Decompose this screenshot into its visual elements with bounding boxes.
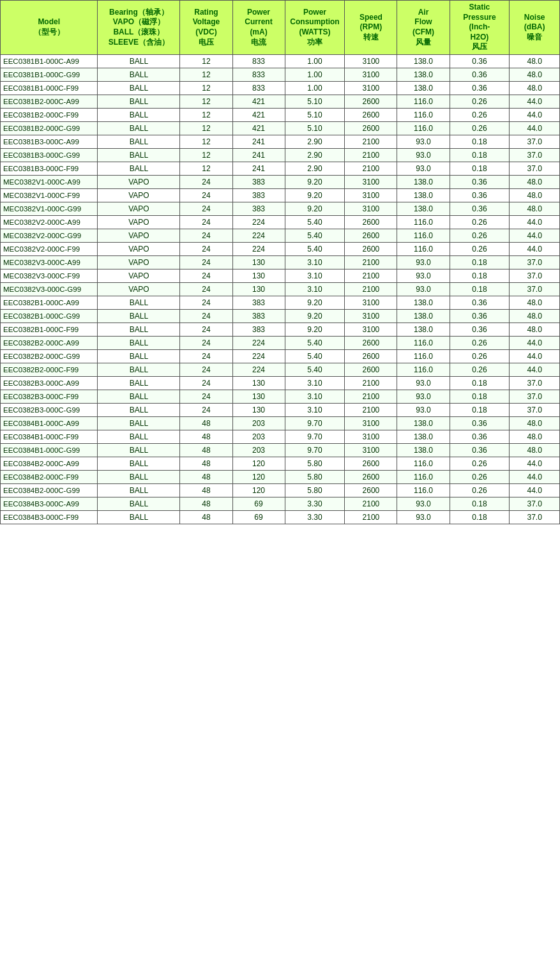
cell-17-1: VAPO (98, 282, 180, 296)
col-header-model: Model （型号） (1, 1, 98, 55)
cell-31-1: BALL (98, 470, 180, 483)
cell-33-6: 93.0 (397, 497, 450, 510)
cell-15-0: MEC0382V3-000C-A99 (1, 255, 98, 269)
cell-7-0: EEC0381B3-000C-G99 (1, 148, 98, 162)
cell-24-0: EEC0382B3-000C-A99 (1, 376, 98, 390)
cell-28-1: BALL (98, 430, 180, 443)
cell-16-6: 93.0 (397, 269, 450, 282)
cell-19-2: 24 (180, 309, 232, 323)
cell-22-1: BALL (98, 349, 180, 363)
cell-28-5: 3100 (345, 430, 397, 443)
cell-10-5: 3100 (345, 188, 397, 202)
cell-8-6: 93.0 (397, 162, 450, 175)
cell-20-7: 0.36 (450, 323, 510, 336)
cell-11-8: 48.0 (510, 202, 560, 215)
cell-12-1: VAPO (98, 215, 180, 229)
cell-9-8: 48.0 (510, 175, 560, 188)
cell-4-4: 5.10 (285, 108, 345, 121)
cell-29-3: 203 (232, 443, 285, 457)
cell-24-2: 24 (180, 376, 232, 390)
cell-31-6: 116.0 (397, 470, 450, 483)
cell-13-7: 0.26 (450, 229, 510, 242)
cell-30-0: EEC0384B2-000C-A99 (1, 457, 98, 470)
cell-1-4: 1.00 (285, 68, 345, 81)
col-header-airflow: Air Flow (CFM) 风量 (397, 1, 450, 55)
cell-6-8: 37.0 (510, 135, 560, 148)
cell-1-8: 48.0 (510, 68, 560, 81)
cell-10-0: MEC0382V1-000C-F99 (1, 188, 98, 202)
cell-17-8: 37.0 (510, 282, 560, 296)
cell-14-4: 5.40 (285, 242, 345, 255)
cell-7-5: 2100 (345, 148, 397, 162)
cell-2-0: EEC0381B1-000C-F99 (1, 81, 98, 95)
cell-21-7: 0.26 (450, 336, 510, 349)
table-row: EEC0381B1-000C-G99BALL128331.003100138.0… (1, 68, 560, 81)
table-row: EEC0381B3-000C-F99BALL122412.90210093.00… (1, 162, 560, 175)
cell-17-4: 3.10 (285, 282, 345, 296)
cell-23-0: EEC0382B2-000C-F99 (1, 363, 98, 376)
cell-7-2: 12 (180, 148, 232, 162)
cell-9-4: 9.20 (285, 175, 345, 188)
cell-29-4: 9.70 (285, 443, 345, 457)
cell-5-1: BALL (98, 121, 180, 135)
cell-6-1: BALL (98, 135, 180, 148)
cell-4-5: 2600 (345, 108, 397, 121)
cell-29-8: 48.0 (510, 443, 560, 457)
table-row: EEC0382B2-000C-F99BALL242245.402600116.0… (1, 363, 560, 376)
cell-15-7: 0.18 (450, 255, 510, 269)
cell-20-5: 3100 (345, 323, 397, 336)
table-row: EEC0382B3-000C-A99BALL241303.10210093.00… (1, 376, 560, 390)
header-row: Model （型号） Bearing（轴承） VAPO（磁浮） BALL（滚珠）… (1, 1, 560, 55)
cell-17-3: 130 (232, 282, 285, 296)
cell-3-8: 44.0 (510, 95, 560, 108)
cell-26-7: 0.18 (450, 403, 510, 416)
cell-6-7: 0.18 (450, 135, 510, 148)
cell-29-1: BALL (98, 443, 180, 457)
cell-26-2: 24 (180, 403, 232, 416)
cell-13-0: MEC0382V2-000C-G99 (1, 229, 98, 242)
cell-16-1: VAPO (98, 269, 180, 282)
cell-27-2: 48 (180, 416, 232, 430)
cell-2-4: 1.00 (285, 81, 345, 95)
cell-14-1: VAPO (98, 242, 180, 255)
table-row: EEC0382B1-000C-A99BALL243839.203100138.0… (1, 296, 560, 309)
cell-8-3: 241 (232, 162, 285, 175)
table-row: EEC0381B3-000C-A99BALL122412.90210093.00… (1, 135, 560, 148)
table-row: EEC0381B2-000C-G99BALL124215.102600116.0… (1, 121, 560, 135)
cell-32-6: 116.0 (397, 483, 450, 497)
cell-20-1: BALL (98, 323, 180, 336)
cell-34-4: 3.30 (285, 510, 345, 524)
cell-28-6: 138.0 (397, 430, 450, 443)
cell-11-4: 9.20 (285, 202, 345, 215)
table-row: MEC0382V3-000C-A99VAPO241303.10210093.00… (1, 255, 560, 269)
cell-30-4: 5.80 (285, 457, 345, 470)
cell-31-4: 5.80 (285, 470, 345, 483)
cell-25-2: 24 (180, 390, 232, 403)
cell-33-7: 0.18 (450, 497, 510, 510)
cell-4-1: BALL (98, 108, 180, 121)
table-row: MEC0382V3-000C-F99VAPO241303.10210093.00… (1, 269, 560, 282)
table-row: EEC0382B2-000C-A99BALL242245.402600116.0… (1, 336, 560, 349)
cell-24-1: BALL (98, 376, 180, 390)
cell-12-0: MEC0382V2-000C-A99 (1, 215, 98, 229)
cell-13-1: VAPO (98, 229, 180, 242)
cell-8-7: 0.18 (450, 162, 510, 175)
col-header-noise: Noise (dBA) 噪音 (510, 1, 560, 55)
cell-0-7: 0.36 (450, 54, 510, 68)
cell-17-2: 24 (180, 282, 232, 296)
cell-11-5: 3100 (345, 202, 397, 215)
cell-12-2: 24 (180, 215, 232, 229)
cell-10-2: 24 (180, 188, 232, 202)
cell-10-4: 9.20 (285, 188, 345, 202)
table-row: EEC0384B3-000C-A99BALL48693.30210093.00.… (1, 497, 560, 510)
cell-21-0: EEC0382B2-000C-A99 (1, 336, 98, 349)
table-row: EEC0384B2-000C-A99BALL481205.802600116.0… (1, 457, 560, 470)
cell-16-4: 3.10 (285, 269, 345, 282)
cell-32-7: 0.26 (450, 483, 510, 497)
cell-14-6: 116.0 (397, 242, 450, 255)
cell-23-4: 5.40 (285, 363, 345, 376)
col-header-voltage: Rating Voltage (VDC) 电压 (180, 1, 232, 55)
cell-30-5: 2600 (345, 457, 397, 470)
cell-34-5: 2100 (345, 510, 397, 524)
table-row: EEC0381B1-000C-A99BALL128331.003100138.0… (1, 54, 560, 68)
